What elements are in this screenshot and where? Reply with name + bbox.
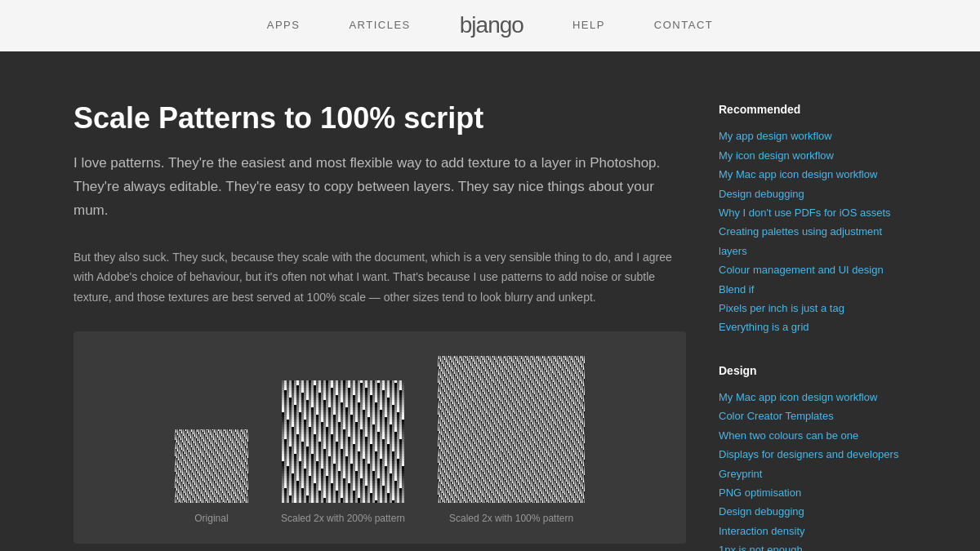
nav-apps[interactable]: APPS bbox=[267, 17, 301, 34]
sidebar-section-heading: Design bbox=[719, 362, 906, 380]
sidebar-link[interactable]: When two colours can be one bbox=[719, 426, 906, 445]
pattern-100: Scaled 2x with 100% pattern bbox=[438, 356, 585, 527]
nav-contact[interactable]: CONTACT bbox=[654, 17, 713, 34]
site-logo[interactable]: bjango bbox=[460, 7, 523, 44]
pattern-canvas-medium bbox=[282, 380, 404, 503]
sidebar-link[interactable]: My app design workflow bbox=[719, 127, 906, 145]
sidebar-link[interactable]: Why I don't use PDFs for iOS assets bbox=[719, 203, 906, 222]
pattern-label-200: Scaled 2x with 200% pattern bbox=[281, 511, 405, 527]
pattern-label-original: Original bbox=[194, 511, 228, 527]
sidebar-link[interactable]: Design debugging bbox=[719, 502, 906, 521]
pattern-canvas-small bbox=[175, 429, 248, 503]
sidebar-link[interactable]: My Mac app icon design workflow bbox=[719, 388, 906, 407]
pattern-original: Original bbox=[175, 429, 248, 527]
sidebar-link[interactable]: Colour management and UI design bbox=[719, 260, 906, 279]
sidebar-link[interactable]: Creating palettes using adjustment layer… bbox=[719, 222, 906, 260]
sidebar: RecommendedMy app design workflowMy icon… bbox=[719, 100, 906, 551]
sidebar-link[interactable]: Design debugging bbox=[719, 184, 906, 203]
pattern-200: Scaled 2x with 200% pattern bbox=[281, 380, 405, 527]
sidebar-link[interactable]: My icon design workflow bbox=[719, 146, 906, 165]
sidebar-section-heading: Recommended bbox=[719, 100, 906, 118]
sidebar-section: DesignMy Mac app icon design workflowCol… bbox=[719, 362, 906, 551]
sidebar-link[interactable]: Displays for designers and developers bbox=[719, 445, 906, 464]
nav-help[interactable]: HELP bbox=[572, 17, 605, 34]
sidebar-link[interactable]: 1px is not enough bbox=[719, 540, 906, 551]
sidebar-link[interactable]: PNG optimisation bbox=[719, 483, 906, 502]
sidebar-link[interactable]: Blend if bbox=[719, 280, 906, 299]
article-title: Scale Patterns to 100% script bbox=[74, 100, 686, 136]
article-body: But they also suck. They suck, because t… bbox=[74, 247, 686, 308]
nav-articles[interactable]: ARTICLES bbox=[349, 17, 410, 34]
image-block: Original Scaled 2x with 200% pattern Sca… bbox=[74, 331, 686, 543]
sidebar-section: RecommendedMy app design workflowMy icon… bbox=[719, 100, 906, 337]
sidebar-link[interactable]: Pixels per inch is just a tag bbox=[719, 299, 906, 318]
site-header: APPS ARTICLES bjango HELP CONTACT bbox=[0, 0, 980, 51]
main-content: Scale Patterns to 100% script I love pat… bbox=[57, 51, 923, 551]
article-intro: I love patterns. They're the easiest and… bbox=[74, 152, 686, 223]
sidebar-link[interactable]: Greyprint bbox=[719, 464, 906, 483]
main-nav: APPS ARTICLES bjango HELP CONTACT bbox=[267, 7, 713, 44]
article-content: Scale Patterns to 100% script I love pat… bbox=[74, 100, 686, 551]
pattern-label-100: Scaled 2x with 100% pattern bbox=[449, 511, 573, 527]
pattern-canvas-large bbox=[438, 356, 585, 503]
sidebar-link[interactable]: Interaction density bbox=[719, 522, 906, 540]
sidebar-link[interactable]: Color Creator Templates bbox=[719, 407, 906, 425]
sidebar-link[interactable]: My Mac app icon design workflow bbox=[719, 165, 906, 184]
sidebar-link[interactable]: Everything is a grid bbox=[719, 318, 906, 336]
